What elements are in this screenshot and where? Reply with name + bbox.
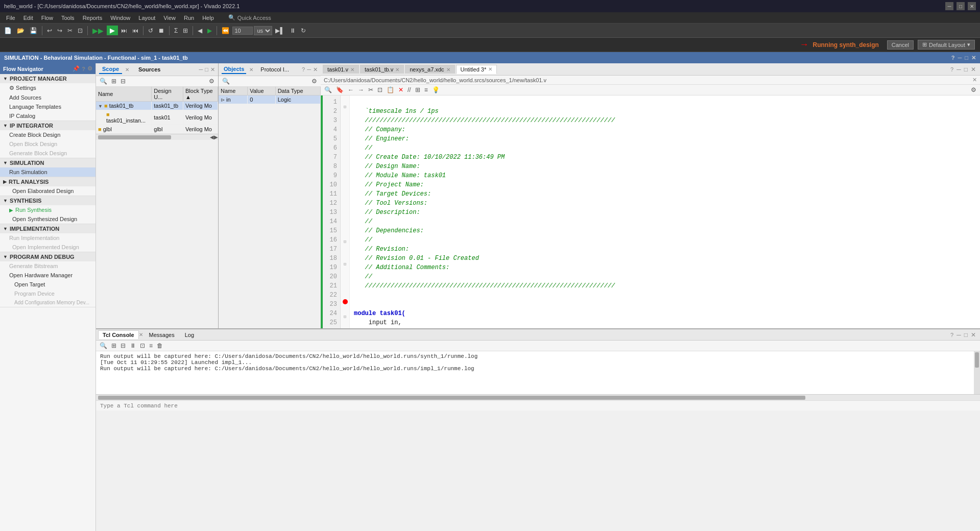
play-sim-button[interactable]: ▶ [205,26,214,35]
menu-file[interactable]: File [2,14,19,22]
save-button[interactable]: 💾 [28,26,39,35]
tcl-maximize-icon[interactable]: □ [964,331,968,339]
objects-tab-close[interactable]: ✕ [249,67,253,73]
margin-row-28[interactable] [341,298,349,306]
tcl-pause-button[interactable]: ⏸ [128,342,137,350]
scope-minimize-icon[interactable]: ─ [199,66,203,73]
minimize-button[interactable]: ─ [945,2,953,10]
editor-tab-task01v[interactable]: task01.v ✕ [323,65,359,74]
tcl-scrollbar[interactable] [974,351,980,394]
tcl-command-input[interactable] [100,403,976,409]
editor-minimize-icon[interactable]: ─ [957,66,961,73]
time-value-input[interactable] [232,27,253,35]
objects-tab[interactable]: Objects [222,65,246,74]
menu-run[interactable]: Run [180,14,198,22]
nav-section-header-implementation[interactable]: ▼ IMPLEMENTATION [0,224,95,233]
collapse-icon[interactable]: ⊟ [344,314,346,320]
code-area[interactable]: 12345 678910 1112131415 1617181920 21222… [323,95,980,328]
cut-code-button[interactable]: ✂ [367,86,375,94]
time-back-button[interactable]: ⏪ [220,26,231,35]
new-file-button[interactable]: 📄 [2,26,14,35]
obj-minimize-icon[interactable]: ─ [307,66,311,73]
open-button[interactable]: 📂 [15,26,27,35]
collapse-icon[interactable]: ⊟ [344,239,346,245]
bookmark-button[interactable]: 🔖 [334,86,345,94]
menu-window[interactable]: Window [106,14,134,22]
copy-button[interactable]: ⊡ [76,26,85,35]
time-unit-select[interactable]: usnsps [254,26,272,35]
nav-item-settings[interactable]: ⚙ Settings [0,83,95,93]
search-tcl-button[interactable]: 🔍 [98,342,109,350]
scope-row[interactable]: ■ task01_instan... task01 Verilog Mo [96,110,218,125]
scope-row[interactable]: ▼ ■ task01_tb task01_tb Verilog Mo [96,102,218,110]
menu-layout[interactable]: Layout [134,14,159,22]
align-button[interactable]: ≡ [423,86,429,94]
stop-button[interactable]: ⏹ [156,26,166,35]
nav-item-open-target[interactable]: Open Target [0,280,95,289]
redo-button[interactable]: ↪ [55,26,64,35]
minimize-panel-icon[interactable]: ─ [958,55,962,61]
tool5-button[interactable]: ⊞ [181,26,190,35]
nav-item-open-synthesized-design[interactable]: Open Synthesized Design [0,214,95,224]
delete-code-button[interactable]: ✕ [397,86,405,94]
collapse-icon[interactable]: ⊟ [344,261,346,267]
editor-tab-xdc[interactable]: nexys_a7.xdc ✕ [405,65,455,74]
maximize-panel-icon[interactable]: □ [965,55,968,61]
search-code-button[interactable]: 🔍 [323,86,333,94]
help-icon[interactable]: ? [82,66,85,72]
scope-close-icon[interactable]: ✕ [210,66,215,73]
nav-section-header-ip-integrator[interactable]: ▼ IP INTEGRATOR [0,121,95,130]
editor-settings-button[interactable]: ⚙ [969,86,978,94]
menu-reports[interactable]: Reports [79,14,107,22]
nav-item-open-hardware-manager[interactable]: Open Hardware Manager [0,271,95,280]
nav-item-run-simulation[interactable]: Run Simulation [0,167,95,177]
tab-close-icon[interactable]: ✕ [488,66,492,72]
nav-item-add-sources[interactable]: Add Sources [0,93,95,102]
tcl-list-button[interactable]: ≡ [148,342,154,350]
menu-tools[interactable]: Tools [57,14,79,22]
editor-maximize-icon[interactable]: □ [964,66,968,73]
search-objects-button[interactable]: 🔍 [221,77,231,85]
undo-button[interactable]: ↩ [45,26,54,35]
tcl-expand-button[interactable]: ⊞ [110,342,118,350]
sigma-button[interactable]: Σ [172,26,180,35]
copy-code-button[interactable]: ⊡ [376,86,384,94]
tcl-copy-button[interactable]: ⊡ [138,342,147,350]
paste-code-button[interactable]: 📋 [385,86,396,94]
scope-tab[interactable]: Scope [99,65,122,74]
tcl-close-icon[interactable]: ✕ [971,331,976,339]
editor-close-icon[interactable]: ✕ [971,66,976,73]
menu-edit[interactable]: Edit [19,14,37,22]
scope-maximize-icon[interactable]: □ [205,66,208,73]
obj-row[interactable]: ⊳ in 0 Logic [219,95,321,104]
pin-icon[interactable]: 📌 [73,65,80,72]
comment-button[interactable]: // [406,86,413,94]
restart-button[interactable]: ↺ [146,26,155,35]
scope-hscroll[interactable]: ◀ ▶ [96,134,218,140]
obj-close-icon[interactable]: ✕ [313,66,318,73]
editor-tab-untitled[interactable]: Untitled 3* ✕ [456,65,497,74]
cut-button[interactable]: ✂ [65,26,75,35]
menu-help[interactable]: Help [198,14,218,22]
collapse-icon[interactable]: ⊟ [344,104,346,110]
tcl-hscroll[interactable] [96,394,980,400]
breakpoint-icon[interactable] [343,299,348,304]
refresh-button[interactable]: ↻ [299,26,308,35]
protocol-tab[interactable]: Protocol I... [258,65,291,74]
scope-settings-button[interactable]: ⚙ [207,77,216,85]
back-button[interactable]: ⏮ [130,26,140,35]
bulb-button[interactable]: 💡 [431,86,441,94]
prev-sim-button[interactable]: ◀ [196,26,204,35]
default-layout-button[interactable]: ⊞ Default Layout ▾ [918,40,975,50]
forward-nav-button[interactable]: → [356,86,366,94]
tcl-minimize-icon[interactable]: ─ [957,331,961,339]
settings-icon[interactable]: ⚙ [87,65,92,72]
tcl-clear-button[interactable]: 🗑 [155,342,164,350]
tcl-console-tab[interactable]: Tcl Console [98,330,139,339]
close-button[interactable]: ✕ [968,2,976,10]
table-button[interactable]: ⊞ [414,86,422,94]
expand-all-button[interactable]: ⊞ [110,77,118,85]
cancel-button[interactable]: Cancel [887,40,914,50]
nav-item-run-synthesis[interactable]: ▶ Run Synthesis [0,205,95,214]
sources-tab-link[interactable]: Sources [135,65,163,74]
